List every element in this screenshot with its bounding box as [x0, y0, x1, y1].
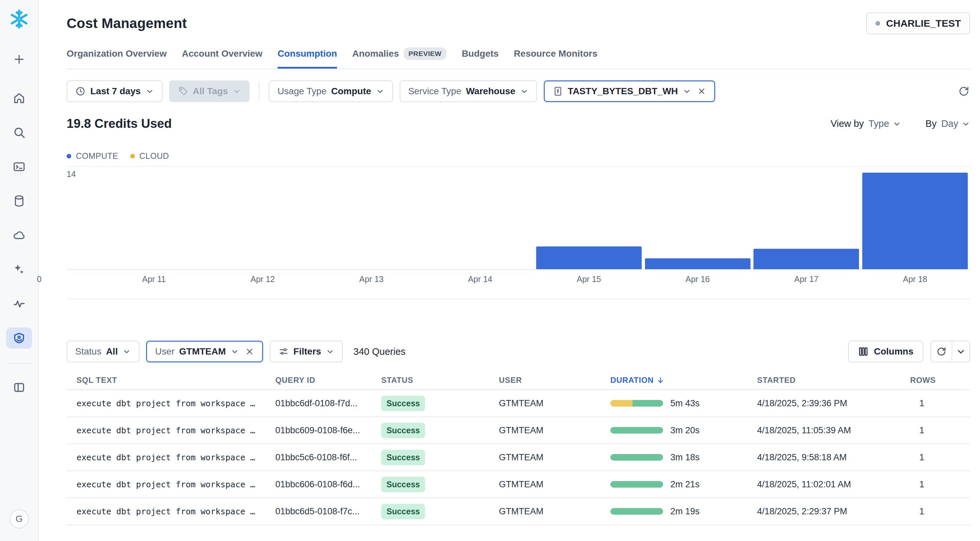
sidebar-item-cloud[interactable] — [6, 225, 32, 246]
table-body: execute dbt project from workspace …01bb… — [67, 390, 970, 525]
bar-column-apr-12[interactable] — [208, 167, 317, 269]
panel-icon — [13, 381, 26, 394]
status-filter-value: All — [106, 346, 118, 357]
bar-column-apr-16[interactable] — [643, 167, 752, 269]
tags-chip: All Tags — [169, 80, 250, 102]
consumption-filter-bar: Last 7 days All Tags Usage Type Compute — [67, 80, 970, 102]
duration-bar — [610, 454, 663, 461]
user-avatar[interactable]: G — [10, 509, 29, 528]
bar-compute[interactable] — [536, 246, 642, 269]
sidebar-item-worksheets[interactable] — [6, 156, 32, 177]
search-icon — [13, 126, 26, 139]
bar-column-apr-17[interactable] — [752, 167, 861, 269]
warehouse-filter-chip[interactable]: TASTY_BYTES_DBT_WH — [544, 80, 715, 102]
cell-duration: 2m 19s — [610, 506, 757, 517]
bar-column-apr-11[interactable] — [100, 167, 208, 269]
cell-query-id: 01bbc6d5-0108-f7c... — [275, 506, 381, 517]
tab-organization-overview[interactable]: Organization Overview — [67, 48, 167, 68]
cell-rows: 1 — [910, 398, 970, 409]
cell-started: 4/18/2025, 9:58:18 AM — [757, 452, 910, 463]
cell-duration: 3m 20s — [610, 425, 757, 436]
column-header-started[interactable]: STARTED — [757, 376, 910, 385]
cell-duration: 2m 21s — [610, 479, 757, 490]
table-row[interactable]: execute dbt project from workspace …01bb… — [67, 417, 970, 444]
legend-dot — [130, 154, 135, 159]
columns-button[interactable]: Columns — [848, 341, 923, 362]
tags-chip-label: All Tags — [193, 86, 228, 97]
chevron-down-icon — [145, 87, 154, 95]
sidebar-item-home[interactable] — [6, 88, 32, 109]
legend-item-cloud[interactable]: CLOUD — [130, 151, 169, 161]
table-row[interactable]: execute dbt project from workspace …01bb… — [67, 390, 970, 417]
bar-compute[interactable] — [754, 249, 859, 269]
create-button[interactable] — [10, 50, 29, 68]
close-icon[interactable] — [697, 87, 706, 96]
column-header-query-id[interactable]: QUERY ID — [275, 376, 381, 385]
usage-type-value: Compute — [331, 86, 371, 97]
query-count: 340 Queries — [353, 346, 406, 357]
close-icon[interactable] — [245, 347, 254, 356]
sliders-icon — [278, 346, 289, 357]
tab-consumption[interactable]: Consumption — [278, 48, 337, 68]
account-badge[interactable]: CHARLIE_TEST — [866, 13, 970, 34]
x-axis-label: Apr 11 — [100, 274, 208, 284]
sidebar-item-data[interactable] — [6, 190, 32, 211]
column-header-duration[interactable]: DURATION — [610, 376, 757, 385]
view-by-select[interactable]: Type — [869, 118, 901, 129]
tab-account-overview[interactable]: Account Overview — [182, 48, 262, 68]
table-row[interactable]: execute dbt project from workspace …01bb… — [67, 471, 970, 498]
sidebar: G — [0, 0, 39, 541]
cell-query-id: 01bbc609-0108-f6e... — [275, 425, 381, 436]
column-header-label: QUERY ID — [275, 376, 315, 385]
sidebar-item-cost-management[interactable] — [6, 327, 32, 349]
interval-select[interactable]: Day — [941, 118, 970, 129]
table-row[interactable]: execute dbt project from workspace …01bb… — [67, 444, 970, 471]
filters-chip[interactable]: Filters — [270, 341, 343, 362]
snowflake-logo-icon[interactable] — [9, 9, 30, 30]
column-header-label: SQL TEXT — [76, 376, 117, 385]
column-header-status[interactable]: STATUS — [381, 376, 499, 385]
refresh-options-button[interactable] — [952, 341, 969, 362]
table-row[interactable]: execute dbt project from workspace …01bb… — [67, 498, 970, 525]
tab-resource-monitors[interactable]: Resource Monitors — [514, 48, 598, 68]
legend-label: CLOUD — [140, 151, 169, 161]
status-filter-chip[interactable]: Status All — [67, 341, 140, 362]
service-type-chip[interactable]: Service Type Warehouse — [400, 80, 537, 102]
cell-status: Success — [381, 396, 499, 411]
column-header-label: DURATION — [610, 376, 654, 385]
sidebar-item-search[interactable] — [6, 122, 32, 143]
chevron-down-icon — [376, 87, 385, 95]
panel-toggle-button[interactable] — [6, 377, 32, 398]
tab-budgets[interactable]: Budgets — [461, 48, 499, 68]
bar-column-apr-18[interactable] — [861, 167, 969, 269]
bar-column-apr-13[interactable] — [317, 167, 426, 269]
table-header-row: SQL TEXTQUERY IDSTATUSUSERDURATIONSTARTE… — [67, 371, 970, 390]
sidebar-item-activity[interactable] — [6, 293, 32, 314]
sidebar-item-ai[interactable] — [6, 259, 32, 280]
usage-type-chip[interactable]: Usage Type Compute — [269, 80, 393, 102]
bar-compute[interactable] — [645, 258, 751, 269]
queries-toolbar: Status All User GTMTEAM — [67, 341, 970, 362]
chart-refresh-button[interactable] — [958, 85, 970, 98]
sidebar-nav — [6, 88, 32, 349]
user-filter-chip[interactable]: User GTMTEAM — [146, 341, 263, 362]
plus-icon — [13, 53, 26, 66]
cell-rows: 1 — [910, 506, 970, 517]
column-header-user[interactable]: USER — [499, 376, 610, 385]
cell-status: Success — [381, 423, 499, 438]
column-header-label: STATUS — [381, 376, 413, 385]
bar-compute[interactable] — [862, 173, 968, 269]
x-axis-label: Apr 18 — [861, 274, 969, 284]
cell-rows: 1 — [910, 452, 970, 463]
bar-column-apr-15[interactable] — [535, 167, 643, 269]
tab-label: Consumption — [278, 48, 337, 59]
table-refresh-button[interactable] — [931, 341, 952, 362]
legend-item-compute[interactable]: COMPUTE — [67, 151, 118, 161]
service-type-value: Warehouse — [466, 86, 515, 97]
time-range-chip[interactable]: Last 7 days — [67, 80, 162, 102]
bar-column-apr-14[interactable] — [426, 167, 535, 269]
column-header-rows[interactable]: ROWS — [910, 376, 970, 385]
column-header-sql-text[interactable]: SQL TEXT — [67, 376, 275, 385]
tab-anomalies[interactable]: AnomaliesPREVIEW — [352, 48, 447, 70]
table-refresh-split-button — [931, 341, 970, 362]
